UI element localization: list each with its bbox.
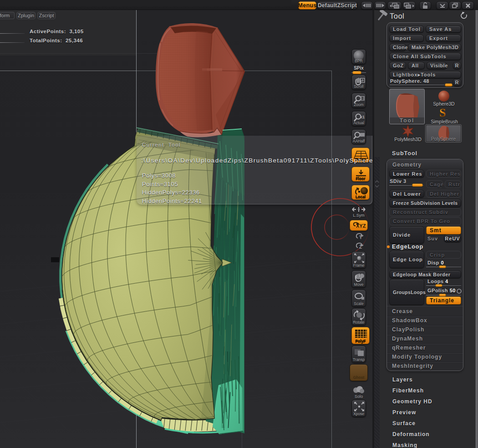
svg-text:S: S — [439, 106, 446, 119]
svg-text:XYZ: XYZ — [356, 223, 366, 229]
svg-text:x1: x1 — [360, 115, 365, 119]
svg-text:Z: Z — [359, 244, 362, 249]
svg-text:Y: Y — [359, 235, 362, 240]
